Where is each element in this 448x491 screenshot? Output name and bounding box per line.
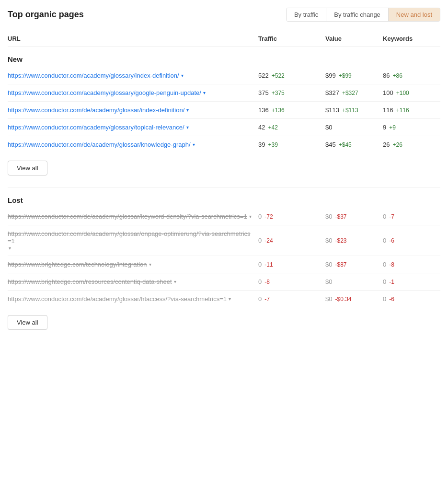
traffic-value: 522 (258, 72, 269, 79)
table-row: https://www.conductor.com/de/academy/glo… (8, 102, 440, 119)
traffic-cell: 0 -72 (258, 213, 325, 220)
dropdown-arrow-icon[interactable]: ▾ (9, 246, 11, 251)
keywords-value: 0 (383, 213, 386, 220)
value-cell: $0 -$23 (325, 237, 383, 244)
url-cell: https://www.conductor.com/de/academy/glo… (8, 295, 258, 303)
value-cell: $113 +$113 (325, 106, 383, 114)
table-row: https://www.conductor.com/de/academy/glo… (8, 225, 440, 256)
url-cell: https://www.conductor.com/de/academy/glo… (8, 141, 258, 148)
traffic-value: 39 (258, 141, 265, 148)
tab-group: By traffic By traffic change New and los… (286, 8, 440, 22)
dropdown-arrow-icon[interactable]: ▾ (193, 142, 195, 147)
keywords-delta: -6 (389, 237, 394, 244)
url-cell: https://www.conductor.com/academy/glossa… (8, 89, 258, 96)
traffic-delta: -11 (264, 261, 273, 268)
value-amount: $113 (325, 106, 339, 114)
dropdown-arrow-icon[interactable]: ▾ (203, 90, 206, 95)
keywords-cell: 0 -7 (383, 213, 440, 220)
keywords-cell: 26 +26 (383, 141, 440, 148)
value-delta: +$113 (342, 107, 358, 114)
table-row: https://www.brightedge.com/technology/in… (8, 256, 440, 273)
url-link[interactable]: https://www.conductor.com/academy/glossa… (8, 72, 179, 79)
value-cell: $0 (325, 278, 383, 285)
keywords-value: 0 (383, 261, 386, 268)
new-view-all-button[interactable]: View all (8, 161, 47, 175)
table-row: https://www.conductor.com/academy/glossa… (8, 119, 440, 136)
traffic-cell: 42 +42 (258, 124, 325, 131)
traffic-delta: +39 (268, 141, 277, 148)
keywords-cell: 0 -1 (383, 278, 440, 285)
col-header-url: URL (8, 35, 258, 42)
value-delta: +$327 (342, 90, 358, 96)
keywords-value: 0 (383, 278, 386, 285)
url-link[interactable]: https://www.conductor.com/de/academy/glo… (8, 230, 253, 245)
keywords-delta: -6 (389, 296, 394, 303)
traffic-value: 0 (258, 261, 262, 268)
dropdown-arrow-icon[interactable]: ▾ (149, 262, 151, 267)
tab-by-traffic[interactable]: By traffic (287, 8, 326, 21)
value-amount: $0 (325, 278, 332, 285)
keywords-delta: +26 (392, 141, 402, 148)
page-header: Top organic pages By traffic By traffic … (8, 8, 440, 22)
url-cell: https://www.conductor.com/de/academy/glo… (8, 213, 258, 220)
table-header: URL Traffic Value Keywords (8, 31, 440, 47)
traffic-delta: -24 (264, 237, 273, 244)
keywords-delta: +86 (392, 72, 402, 79)
value-amount: $0 (325, 295, 332, 303)
value-amount: $0 (325, 237, 332, 244)
traffic-cell: 0 -7 (258, 295, 325, 303)
url-link[interactable]: https://www.brightedge.com/resources/con… (8, 278, 172, 285)
section-divider (8, 187, 440, 187)
keywords-cell: 100 +100 (383, 89, 440, 96)
url-link[interactable]: https://www.conductor.com/academy/glossa… (8, 124, 184, 131)
keywords-delta: -1 (389, 279, 394, 285)
keywords-delta: -7 (389, 213, 394, 220)
lost-view-all-button[interactable]: View all (8, 315, 47, 330)
traffic-delta: +42 (268, 124, 277, 131)
traffic-cell: 0 -24 (258, 237, 325, 244)
col-header-keywords: Keywords (383, 35, 440, 42)
traffic-cell: 136 +136 (258, 106, 325, 114)
url-cell: https://www.conductor.com/de/academy/glo… (8, 230, 258, 251)
keywords-delta: +100 (396, 90, 409, 96)
traffic-cell: 375 +375 (258, 89, 325, 96)
url-link[interactable]: https://www.conductor.com/de/academy/glo… (8, 141, 191, 148)
keywords-value: 116 (383, 106, 393, 114)
dropdown-arrow-icon[interactable]: ▾ (174, 279, 176, 284)
page-title: Top organic pages (8, 10, 84, 20)
url-link[interactable]: https://www.conductor.com/de/academy/glo… (8, 106, 184, 114)
value-cell: $0 -$37 (325, 213, 383, 220)
dropdown-arrow-icon[interactable]: ▾ (229, 296, 231, 302)
value-delta: -$0.34 (335, 296, 351, 303)
col-header-traffic: Traffic (258, 35, 325, 42)
table-row: https://www.brightedge.com/resources/con… (8, 273, 440, 291)
url-cell: https://www.conductor.com/de/academy/glo… (8, 106, 258, 114)
tab-by-traffic-change[interactable]: By traffic change (326, 8, 389, 21)
traffic-cell: 522 +522 (258, 72, 325, 79)
dropdown-arrow-icon[interactable]: ▾ (186, 107, 189, 113)
keywords-delta: +116 (396, 107, 409, 114)
url-link[interactable]: https://www.conductor.com/academy/glossa… (8, 89, 201, 96)
url-link[interactable]: https://www.conductor.com/de/academy/glo… (8, 213, 247, 220)
table-row: https://www.conductor.com/academy/glossa… (8, 67, 440, 84)
dropdown-arrow-icon[interactable]: ▾ (249, 214, 252, 219)
table-row: https://www.conductor.com/academy/glossa… (8, 84, 440, 102)
value-amount: $0 (325, 261, 332, 268)
dropdown-arrow-icon[interactable]: ▾ (181, 73, 184, 78)
dropdown-arrow-icon[interactable]: ▾ (186, 125, 189, 130)
keywords-cell: 0 -6 (383, 295, 440, 303)
traffic-cell: 0 -11 (258, 261, 325, 268)
table-row: https://www.conductor.com/de/academy/glo… (8, 291, 440, 307)
table-row: https://www.conductor.com/de/academy/glo… (8, 136, 440, 153)
traffic-value: 42 (258, 124, 265, 131)
url-link[interactable]: https://www.brightedge.com/technology/in… (8, 261, 147, 268)
value-cell: $327 +$327 (325, 89, 383, 96)
tab-new-and-lost[interactable]: New and lost (389, 8, 440, 21)
new-rows: https://www.conductor.com/academy/glossa… (8, 67, 440, 153)
value-cell: $0 -$87 (325, 261, 383, 268)
keywords-delta: -8 (389, 261, 394, 268)
traffic-cell: 0 -8 (258, 278, 325, 285)
url-link[interactable]: https://www.conductor.com/de/academy/glo… (8, 295, 227, 303)
traffic-value: 0 (258, 213, 262, 220)
lost-section-label: Lost (8, 196, 440, 204)
